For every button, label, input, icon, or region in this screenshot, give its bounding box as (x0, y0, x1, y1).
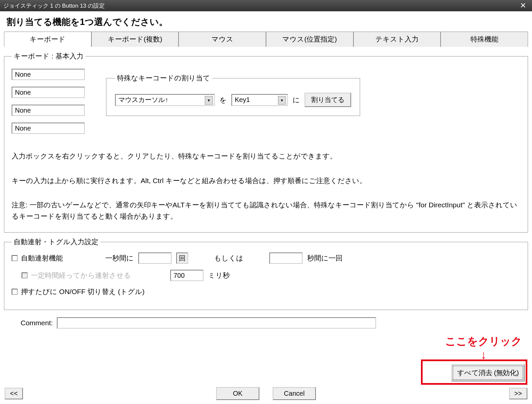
per-sec-suffix: 回 (176, 252, 188, 264)
per-sec-pre: 一秒間に (105, 253, 134, 263)
autofire-checkbox[interactable] (12, 255, 18, 261)
tab-keyboard-multi[interactable]: キーボード(複数) (91, 32, 179, 47)
assign-button[interactable]: 割り当てる (305, 93, 351, 107)
help-2: キーの入力は上から順に実行されます。Alt, Ctrl キーなどと組み合わせる場… (12, 175, 520, 186)
delay-input[interactable] (170, 270, 203, 281)
key-input-4[interactable] (12, 123, 85, 134)
page-heading: 割り当てる機能を1つ選んでください。 (4, 13, 528, 31)
annotation-overlay: ここをクリック ↓ (445, 334, 522, 361)
per-sec-input[interactable] (138, 252, 172, 264)
keycode-dropdown-value: マウスカーソル↑ (118, 95, 168, 104)
ok-button[interactable]: OK (216, 387, 259, 400)
tab-keyboard[interactable]: キーボード (4, 32, 91, 47)
help-1: 入力ボックスを右クリックすると、クリアしたり、特殊なキーコードを割り当てることが… (12, 151, 520, 162)
window-titlebar: ジョイスティック 1 の Button 13 の設定 ✕ (0, 0, 532, 11)
or-label: もしくは (214, 253, 243, 263)
delay-checkbox-label: 一定時間経ってから連射させる (22, 271, 131, 280)
interval-input[interactable] (269, 252, 303, 264)
autofire-checkbox-label[interactable]: 自動連射機能 (12, 253, 63, 263)
toggle-checkbox-label[interactable]: 押すたびに ON/OFF 切り替え (トグル) (12, 287, 145, 296)
key-input-1[interactable] (12, 69, 85, 80)
help-text-block: 入力ボックスを右クリックすると、クリアしたり、特殊なキーコードを割り当てることが… (12, 151, 520, 222)
key-target-dropdown[interactable]: Key1 (231, 94, 288, 106)
key-target-value: Key1 (235, 96, 250, 104)
delay-checkbox (22, 272, 28, 278)
tab-mouse-pos[interactable]: マウス(位置指定) (266, 32, 353, 47)
keyboard-legend: キーボード : 基本入力 (12, 51, 85, 61)
next-button[interactable]: >> (509, 388, 527, 399)
sep-ni: に (293, 95, 300, 105)
close-icon[interactable]: ✕ (517, 1, 529, 10)
special-keycode-legend: 特殊なキーコードの割り当て (115, 73, 212, 83)
comment-label: Comment: (21, 319, 53, 327)
autofire-legend: 自動連射・トグル入力設定 (12, 237, 100, 247)
tab-special[interactable]: 特殊機能 (441, 32, 528, 47)
autofire-fieldset: 自動連射・トグル入力設定 自動連射機能 一秒間に 回 もしくは 秒間に一回 一定… (4, 237, 528, 310)
cancel-button[interactable]: Cancel (273, 387, 316, 400)
clear-all-button[interactable]: すべて消去 (無効化) (453, 365, 523, 380)
special-keycode-fieldset: 特殊なキーコードの割り当て マウスカーソル↑ を Key1 に 割り当てる (106, 73, 360, 116)
sep-wo: を (219, 95, 227, 105)
key-input-3[interactable] (12, 105, 85, 116)
key-input-2[interactable] (12, 87, 85, 98)
prev-button[interactable]: << (5, 388, 23, 399)
help-3: 注意: 一部の古いゲームなどで、通常の矢印キーやALTキーを割り当てても認識され… (12, 199, 520, 222)
tab-mouse[interactable]: マウス (179, 32, 266, 47)
tab-text-input[interactable]: テキスト入力 (353, 32, 441, 47)
toggle-checkbox[interactable] (12, 289, 18, 295)
interval-suffix: 秒間に一回 (307, 253, 342, 263)
down-arrow-icon: ↓ (445, 349, 522, 361)
keyboard-fieldset: キーボード : 基本入力 特殊なキーコードの割り当て マウスカーソル↑ を Ke… (4, 51, 528, 233)
comment-input[interactable] (57, 317, 376, 329)
delay-suffix: ミリ秒 (208, 271, 230, 280)
keycode-dropdown[interactable]: マウスカーソル↑ (115, 94, 215, 106)
tab-bar: キーボード キーボード(複数) マウス マウス(位置指定) テキスト入力 特殊機… (4, 31, 528, 47)
window-title: ジョイスティック 1 の Button 13 の設定 (3, 2, 517, 10)
